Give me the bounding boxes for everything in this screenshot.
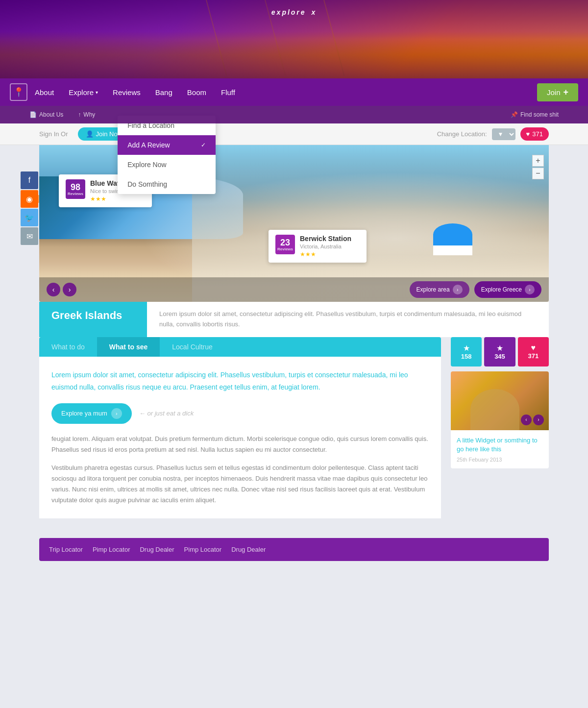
footer-tab-item[interactable]: Drug Dealer [231, 544, 266, 555]
or-text: ← or just eat a dick [139, 410, 194, 417]
footer-tab-item[interactable]: Pimp Locator [184, 544, 222, 555]
stat-box-3[interactable]: ♥ 371 [518, 337, 549, 366]
nav-bang[interactable]: Bang [155, 88, 172, 97]
widget-image: ‹ › [451, 371, 549, 430]
review-23-subtitle: Victoria, Australia [300, 244, 351, 249]
check-icon: ✓ [201, 142, 206, 148]
map-zoom-out[interactable]: − [532, 168, 544, 179]
nav-reviews[interactable]: Reviews [113, 88, 141, 97]
star-icon-2: ★ [496, 343, 503, 353]
widget-content: A little Widget or somthing to go here l… [451, 430, 549, 468]
bottom-spacer [0, 561, 588, 581]
facebook-button[interactable]: f [21, 171, 38, 189]
sign-in-text: Sign In Or [39, 130, 68, 138]
twitter-button[interactable]: 🐦 [21, 209, 38, 226]
star-icon-1: ★ [463, 343, 470, 353]
footer-tab-item[interactable]: Drug Dealer [140, 544, 174, 555]
section-description: Lorem ipsum dolor sit amet, consectetur … [147, 302, 549, 337]
heart-icon: ♥ [526, 130, 530, 138]
footer-tab-item[interactable]: Pimp Locator [93, 544, 130, 555]
review-23-title: Berwick Station [300, 235, 351, 243]
section-wrapper: Greek Islands Lorem ipsum dolor sit amet… [39, 302, 549, 337]
secondary-why[interactable]: ↑ Why [78, 111, 95, 118]
explore-area-arrow-icon: › [453, 285, 463, 294]
review-card-23: 23 Reviews Berwick Station Victoria, Aus… [269, 230, 367, 263]
highlight-text: Lorem ipsum dolor sit amet, consectetur … [51, 369, 429, 393]
section-description-text: Lorem ipsum dolor sit amet, consectetur … [159, 309, 537, 330]
hero-nav-arrows: ‹ › [47, 283, 76, 296]
footer-tabs: Trip LocatorPimp LocatorDrug DealerPimp … [39, 538, 549, 561]
hero-next-button[interactable]: › [63, 283, 76, 296]
explore-ya-mum-button[interactable]: Explore ya mum › [51, 403, 132, 424]
change-location-label: Change Location: [437, 130, 487, 138]
logo-x: x [311, 8, 317, 16]
heart-count-button[interactable]: ♥ 371 [520, 127, 549, 141]
widget-nav: ‹ › [521, 415, 544, 425]
hero-image-container: + − 98 Reviews Blue Water Nice to swim ★… [39, 145, 549, 302]
body-text-1: feugiat lorem. Aliquam erat volutpat. Du… [51, 434, 429, 455]
hero-background: exPLORe x [0, 0, 588, 78]
secondary-nav: 📄 About Us ↑ Why 📌 Find some shit [0, 106, 588, 123]
dropdown-explore-now[interactable]: Explore Now [118, 155, 216, 174]
secondary-about-us[interactable]: 📄 About Us [29, 111, 63, 118]
stat-count-2: 345 [494, 353, 505, 360]
secondary-find[interactable]: 📌 Find some shit [511, 111, 559, 118]
nav-explore[interactable]: Explore ▾ [69, 88, 98, 97]
facebook-icon: f [28, 176, 30, 185]
section-header: Greek Islands Lorem ipsum dolor sit amet… [39, 302, 549, 337]
stat-count-1: 158 [461, 353, 472, 360]
stat-box-1[interactable]: ★ 158 [451, 337, 482, 366]
hero-prev-button[interactable]: ‹ [47, 283, 60, 296]
section-title: Greek Islands [51, 309, 135, 322]
join-button[interactable]: Join + [537, 83, 578, 101]
review-98-badge: 98 Reviews [66, 179, 85, 199]
stat-box-2[interactable]: ★ 345 [484, 337, 515, 366]
pin-icon: 📌 [511, 111, 518, 118]
section-title-bar: Greek Islands [39, 302, 147, 337]
twitter-icon: 🐦 [24, 213, 34, 222]
stats-row: ★ 158 ★ 345 ♥ 371 [451, 337, 549, 366]
explore-row: Explore ya mum › ← or just eat a dick [51, 403, 429, 424]
dropdown-do-something[interactable]: Do Somthing [118, 174, 216, 194]
main-nav: 📍 About Explore ▾ Find a Location Add A … [0, 78, 588, 106]
join-plus-icon: + [563, 87, 568, 98]
footer-tab-item[interactable]: Trip Locator [49, 544, 83, 555]
site-logo: exPLORe x [271, 7, 317, 23]
share-icon: ↑ [78, 111, 81, 118]
nav-boom[interactable]: Boom [187, 88, 206, 97]
content-box: Lorem ipsum dolor sit amet, consectetur … [39, 357, 441, 518]
nav-fluff[interactable]: Fluff [221, 88, 235, 97]
widget-card: ‹ › A little Widget or somthing to go he… [451, 371, 549, 468]
explore-greece-arrow-icon: › [525, 285, 535, 294]
email-icon: ✉ [26, 232, 33, 241]
explore-dropdown: Find a Location Add A Review ✓ Explore N… [118, 116, 216, 194]
tab-what-to-do[interactable]: What to do [39, 337, 97, 357]
review-23-stars: ★★★ [300, 251, 351, 258]
email-button[interactable]: ✉ [21, 227, 38, 245]
widget-date: 25th Febuary 2013 [457, 457, 543, 463]
widget-prev-button[interactable]: ‹ [521, 415, 532, 425]
content-tabs: What to do What to see Local Cultrue [39, 337, 441, 357]
action-bar: Sign In Or 👤 Join Now 🛒 Change Location:… [0, 123, 588, 145]
stat-count-3: 371 [528, 352, 539, 360]
heart-icon-stat: ♥ [531, 343, 536, 352]
action-bar-right: Change Location: ▼ ♥ 371 [437, 127, 549, 141]
body-text-2: Vestibulum pharetra egestas cursus. Phas… [51, 463, 429, 506]
explore-area-button[interactable]: Explore area › [410, 281, 469, 298]
explore-dropdown-arrow: ▾ [96, 90, 98, 95]
nav-about[interactable]: About [35, 88, 54, 97]
widget-title: A little Widget or somthing to go here l… [457, 436, 543, 454]
map-zoom-in[interactable]: + [532, 155, 544, 167]
explore-btn-arrow-icon: › [111, 408, 122, 419]
tab-what-to-see[interactable]: What to see [97, 337, 160, 357]
explore-greece-button[interactable]: Explore Greece › [474, 281, 541, 298]
location-icon[interactable]: 📍 [10, 83, 27, 101]
tab-local-culture[interactable]: Local Cultrue [160, 337, 225, 357]
location-select[interactable]: ▼ [492, 128, 515, 140]
hero-bottom-controls: ‹ › Explore area › Explore Greece › [39, 277, 549, 302]
dropdown-add-review[interactable]: Add A Review ✓ [118, 135, 216, 155]
rss-icon: ◉ [26, 195, 33, 204]
map-controls: + − [532, 155, 544, 179]
widget-next-button[interactable]: › [533, 415, 544, 425]
rss-icon-button[interactable]: ◉ [21, 190, 38, 208]
